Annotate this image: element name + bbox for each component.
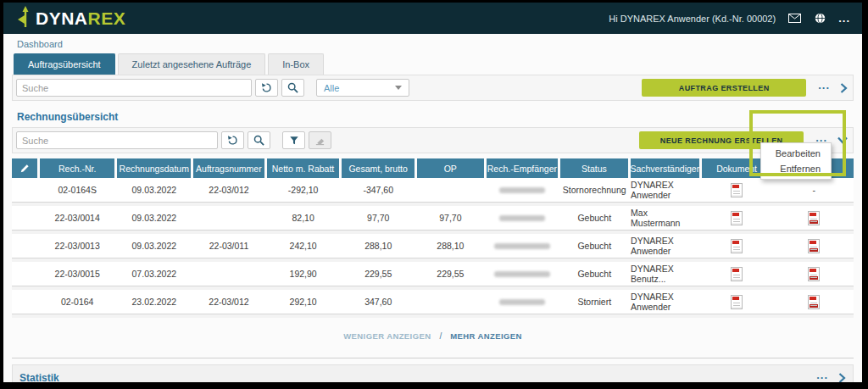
table-row[interactable]: 22-03/001309.03.202222-03/011242,10288,1…	[12, 234, 854, 258]
cell-netto_m_rabatt: -292,10	[267, 178, 340, 202]
cell-sachverstaendiger: DYNAREX Anwender	[631, 178, 699, 202]
cell-auftragsnummer: 22-03/012	[193, 290, 264, 314]
column-header[interactable]: Gesamt, brutto	[342, 158, 415, 178]
column-header[interactable]: Rech.-Empfänger	[487, 158, 559, 178]
cell-gesamt_brutto: 97,70	[342, 206, 415, 230]
cell-status: Storniert	[560, 290, 628, 314]
show-more-link[interactable]: MEHR ANZEIGEN	[450, 331, 522, 341]
cell-edit	[12, 178, 37, 202]
mail-icon[interactable]	[787, 13, 801, 25]
cell-dokument	[702, 262, 772, 286]
column-header[interactable]: Auftragsnummer	[193, 158, 264, 178]
cell-rech_nr: 02-0164S	[40, 178, 115, 202]
topbar-more-icon[interactable]: ...	[838, 15, 850, 22]
globe-icon[interactable]	[813, 13, 826, 25]
table-row[interactable]: 22-03/001507.03.2022192,90229,55229,55Ge…	[12, 262, 854, 286]
cell-netto_m_rabatt: 192,90	[267, 262, 340, 286]
cell-status: Gebucht	[560, 262, 628, 286]
cell-op: 229,55	[417, 262, 484, 286]
cell-dokument	[702, 290, 772, 314]
column-header[interactable]: Sachverständiger	[631, 158, 699, 178]
cell-auftragsnummer	[193, 262, 264, 286]
redacted-recipient	[494, 271, 550, 277]
show-less-link[interactable]: WENIGER ANZEIGEN	[343, 331, 431, 341]
tab-auftragsuebersicht[interactable]: Auftragsübersicht	[14, 53, 115, 75]
caret-down-icon	[395, 86, 402, 90]
cell-gesamt_brutto: 347,60	[342, 290, 415, 314]
cell-rechnungsdatum: 07.03.2022	[118, 262, 192, 286]
context-menu: Bearbeiten Entfernen	[760, 142, 832, 180]
statistics-more-icon[interactable]: ...	[816, 369, 828, 381]
cell-rech-empfaenger	[487, 262, 559, 286]
logo-needle-icon	[17, 6, 34, 31]
pdf-copy-icon[interactable]	[808, 267, 820, 281]
cell-dokument-kopie	[774, 206, 854, 230]
redacted-recipient	[494, 243, 550, 249]
table-row[interactable]: 02-016423.02.202222-03/012292,10347,60St…	[12, 290, 854, 314]
pdf-copy-icon[interactable]	[808, 239, 820, 253]
cell-dokument-kopie	[774, 262, 854, 286]
pdf-icon[interactable]	[731, 239, 743, 253]
orders-chevron-right-icon[interactable]	[840, 83, 848, 93]
tab-zuletzt-angesehene-auftraege[interactable]: Zuletzt angesehene Aufträge	[118, 53, 266, 75]
app-window: DYNAREX Hi DYNAREX Anwender (Kd.-Nr. 000…	[3, 3, 862, 382]
cell-rech_nr: 22-03/0013	[40, 234, 115, 258]
invoices-search-input[interactable]	[16, 131, 218, 149]
invoices-reset-search-button[interactable]	[221, 131, 244, 149]
cell-netto_m_rabatt: 82,10	[267, 206, 340, 230]
breadcrumb[interactable]: Dashboard	[12, 34, 854, 53]
cell-dokument	[702, 234, 772, 258]
orders-search-button[interactable]	[281, 79, 304, 97]
column-header-edit[interactable]	[12, 158, 37, 178]
cell-dokument	[702, 206, 772, 230]
pdf-icon[interactable]	[731, 183, 743, 197]
cell-dokument-kopie	[774, 234, 854, 258]
orders-filter-dropdown[interactable]: Alle	[316, 79, 409, 97]
menu-item-bearbeiten[interactable]: Bearbeiten	[761, 146, 831, 161]
invoices-chevron-down-icon[interactable]	[837, 136, 848, 144]
statistics-chevron-right-icon[interactable]	[838, 373, 846, 383]
column-header[interactable]: Rechnungsdatum	[117, 158, 191, 178]
cell-netto_m_rabatt: 292,10	[267, 290, 340, 314]
menu-item-entfernen[interactable]: Entfernen	[761, 161, 831, 176]
column-header[interactable]: Rech.-Nr.	[40, 158, 115, 178]
cell-rechnungsdatum: 09.03.2022	[118, 234, 192, 258]
cell-netto_m_rabatt: 242,10	[267, 234, 340, 258]
invoices-table-body: 02-0164S09.03.202222-03/012-292,10-347,6…	[12, 178, 854, 318]
pdf-copy-icon[interactable]	[808, 211, 820, 225]
orders-search-input[interactable]	[16, 79, 252, 97]
tab-inbox[interactable]: In-Box	[268, 53, 324, 75]
pdf-icon[interactable]	[731, 267, 743, 281]
invoices-table-header: Rech.-Nr.RechnungsdatumAuftragsnummerNet…	[12, 158, 854, 178]
dynarex-logo[interactable]: DYNAREX	[17, 6, 125, 31]
invoices-table: Rech.-Nr.RechnungsdatumAuftragsnummerNet…	[12, 158, 854, 318]
orders-more-icon[interactable]: ...	[818, 79, 830, 92]
cell-status: Gebucht	[560, 206, 628, 230]
cell-rech_nr: 22-03/0014	[40, 206, 115, 230]
auftrag-erstellen-button[interactable]: AUFTRAG ERSTELLEN	[642, 79, 806, 97]
statistics-section-title: Statistik	[18, 372, 59, 383]
cell-gesamt_brutto: 288,10	[342, 234, 415, 258]
cell-status: Gebucht	[560, 234, 628, 258]
pdf-icon[interactable]	[731, 211, 743, 225]
table-row[interactable]: 22-03/001409.03.202282,1097,7097,70Gebuc…	[12, 206, 854, 231]
pdf-icon[interactable]	[731, 295, 743, 309]
column-header[interactable]: Status	[560, 158, 628, 178]
cell-rech-empfaenger	[487, 178, 559, 202]
invoices-filter-button[interactable]	[282, 131, 305, 149]
column-header[interactable]: OP	[417, 158, 484, 178]
cell-rech-empfaenger	[487, 234, 559, 258]
cell-rech-empfaenger	[487, 290, 559, 314]
orders-reset-search-button[interactable]	[255, 79, 278, 97]
invoices-clear-filter-button[interactable]	[309, 131, 331, 149]
cell-gesamt_brutto: 229,55	[342, 262, 415, 286]
user-greeting: Hi DYNAREX Anwender (Kd.-Nr. 00002)	[609, 14, 776, 24]
cell-auftragsnummer: 22-03/012	[193, 178, 264, 202]
tab-bar: Auftragsübersicht Zuletzt angesehene Auf…	[12, 53, 854, 75]
table-row[interactable]: 02-0164S09.03.202222-03/012-292,10-347,6…	[12, 178, 854, 203]
cell-rechnungsdatum: 09.03.2022	[118, 206, 192, 230]
cell-sachverstaendiger: Max Mustermann	[631, 206, 699, 230]
column-header[interactable]: Netto m. Rabatt	[267, 158, 340, 178]
pdf-copy-icon[interactable]	[808, 295, 820, 309]
invoices-search-button[interactable]	[248, 131, 270, 149]
